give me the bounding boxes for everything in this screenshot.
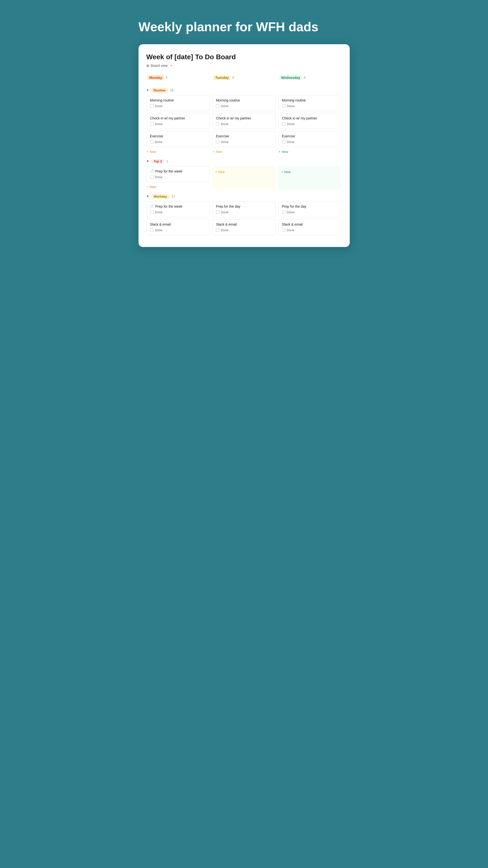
board-view-label[interactable]: Board view	[151, 64, 168, 68]
workday-wednesday-col: Prep for the day Done Slack & email Done	[278, 201, 342, 237]
done-label: Done	[155, 122, 163, 126]
done-checkbox[interactable]	[216, 122, 219, 126]
done-checkbox[interactable]	[216, 140, 219, 144]
top3-wednesday-col: + New	[278, 166, 342, 190]
done-checkbox[interactable]	[282, 210, 285, 214]
done-checkbox[interactable]	[282, 140, 285, 144]
checkbox-row: Done	[216, 228, 272, 232]
done-checkbox[interactable]	[150, 175, 154, 179]
group-count-top3: 1	[166, 159, 168, 163]
workday-monday-col: 📄 Prep for the week Done Slack & email D…	[147, 201, 210, 237]
done-label: Done	[287, 104, 294, 108]
done-checkbox[interactable]	[216, 104, 219, 107]
done-label: Done	[287, 140, 294, 144]
group-header-routine: ▼ Routine 18	[147, 88, 342, 93]
day-count-wednesday: 6	[303, 76, 305, 80]
add-icon: +	[147, 150, 149, 154]
routine-monday-col: Morning routine Done Check in w/ my part…	[147, 95, 210, 155]
done-checkbox[interactable]	[150, 122, 154, 126]
group-count-workday: 17	[171, 195, 175, 198]
card-title: Slack & email	[216, 222, 272, 226]
group-header-top3: ▼ Top 3 1	[147, 159, 342, 164]
done-checkbox[interactable]	[150, 210, 154, 214]
card-prep-week-workday-mon: 📄 Prep for the week Done	[147, 201, 210, 217]
add-icon: +	[147, 185, 149, 189]
done-checkbox[interactable]	[282, 228, 285, 232]
group-toggle-top3[interactable]: ▼	[147, 159, 149, 163]
done-checkbox[interactable]	[150, 140, 154, 144]
card-prep-week-mon: 📄 Prep for the week Done	[147, 166, 210, 182]
day-label-wednesday: Wednesday	[279, 75, 302, 80]
add-label: New	[282, 150, 288, 154]
checkbox-row: Done	[150, 122, 206, 126]
column-header-monday: Monday 6	[147, 74, 210, 82]
column-headers: Monday 6 Tuesday 6 Wednesday 6	[147, 74, 342, 84]
card-title: Morning routine	[216, 98, 272, 102]
done-checkbox[interactable]	[150, 228, 154, 232]
done-label: Done	[221, 210, 228, 214]
done-label: Done	[287, 228, 294, 232]
checkbox-row: Done	[150, 104, 206, 108]
card-exercise-tue: Exercise Done	[212, 131, 276, 147]
card-title: Check in w/ my partner	[150, 116, 206, 120]
group-tag-top3: Top 3	[151, 159, 164, 164]
add-label: New	[216, 150, 222, 154]
done-checkbox[interactable]	[216, 210, 219, 214]
checkbox-row: Done	[150, 140, 206, 144]
add-icon: +	[281, 170, 283, 174]
card-exercise-mon: Exercise Done	[147, 131, 210, 147]
checkbox-row: Done	[282, 104, 338, 108]
group-count-routine: 18	[170, 89, 173, 92]
done-label: Done	[221, 104, 228, 108]
add-new-top3-monday[interactable]: + New	[147, 184, 157, 190]
card-title: Exercise	[150, 134, 206, 138]
add-label: New	[150, 185, 156, 189]
card-morning-routine-tue: Morning routine Done	[212, 95, 276, 111]
column-header-tuesday: Tuesday 6	[212, 74, 276, 82]
add-new-routine-monday[interactable]: + New	[147, 149, 157, 155]
day-label-tuesday: Tuesday	[213, 75, 231, 80]
card-slack-email-wed: Slack & email Done	[278, 219, 342, 235]
board-view-row: ⊞ Board view +	[147, 63, 342, 68]
board-title: Week of [date] To Do Board	[147, 53, 342, 61]
add-new-routine-tuesday[interactable]: + New	[212, 149, 223, 155]
group-toggle-workday[interactable]: ▼	[147, 195, 149, 198]
done-checkbox[interactable]	[150, 104, 154, 107]
add-new-top3-tuesday[interactable]: + New	[215, 169, 225, 175]
group-toggle-routine[interactable]: ▼	[147, 89, 149, 92]
card-title: Exercise	[216, 134, 272, 138]
checkbox-row: Done	[150, 228, 206, 232]
done-label: Done	[155, 140, 163, 144]
group-header-workday: ▼ Workday 17	[147, 194, 342, 199]
top3-monday-col: 📄 Prep for the week Done + New	[147, 166, 210, 190]
card-slack-email-tue: Slack & email Done	[212, 219, 276, 235]
card-prep-day-wed: Prep for the day Done	[278, 201, 342, 217]
done-checkbox[interactable]	[282, 122, 285, 126]
card-title: Morning routine	[150, 98, 206, 102]
checkbox-row: Done	[216, 210, 272, 214]
card-title: Slack & email	[150, 222, 206, 226]
add-view-button[interactable]: +	[169, 63, 173, 68]
card-title: Prep for the day	[282, 205, 338, 208]
card-title: 📄 Prep for the week	[150, 169, 206, 173]
day-count-tuesday: 6	[232, 76, 234, 80]
day-label-monday: Monday	[148, 75, 164, 80]
board-view-icon: ⊞	[147, 64, 149, 68]
workday-columns: 📄 Prep for the week Done Slack & email D…	[147, 201, 342, 237]
done-label: Done	[155, 228, 163, 232]
checkbox-row: Done	[282, 228, 338, 232]
card-checkin-mon: Check in w/ my partner Done	[147, 113, 210, 129]
checkbox-row: Done	[216, 140, 272, 144]
done-label: Done	[155, 210, 163, 214]
done-checkbox[interactable]	[216, 228, 219, 232]
card-title: Check in w/ my partner	[216, 116, 272, 120]
done-label: Done	[155, 175, 163, 179]
add-label: New	[284, 170, 291, 174]
done-label: Done	[221, 140, 228, 144]
add-new-top3-wednesday[interactable]: + New	[281, 169, 291, 175]
done-label: Done	[221, 228, 228, 232]
done-checkbox[interactable]	[282, 104, 285, 107]
done-label: Done	[287, 122, 294, 126]
add-new-routine-wednesday[interactable]: + New	[278, 149, 289, 155]
workday-tuesday-col: Prep for the day Done Slack & email Done	[212, 201, 276, 237]
